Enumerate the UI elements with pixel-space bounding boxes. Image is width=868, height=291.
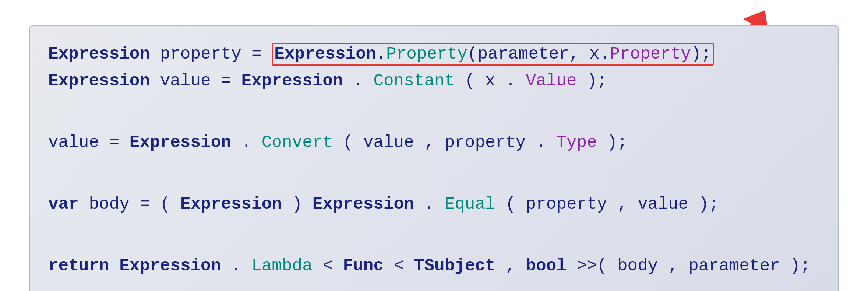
keyword-return: return	[48, 256, 109, 276]
method-convert: Convert	[262, 133, 333, 152]
comma-3: ,	[617, 195, 638, 214]
generic-close: >>(	[577, 256, 607, 276]
var-x-1: x	[589, 45, 600, 64]
type-expression-1: Expression	[48, 45, 150, 64]
paren-open-1: (	[467, 45, 478, 64]
method-property: Property	[386, 45, 467, 64]
paren-open-2: (	[465, 71, 475, 91]
param-property-3: property	[526, 195, 607, 214]
prop-type: Type	[556, 133, 597, 152]
class-expression-5: Expression	[130, 133, 231, 152]
var-property: property =	[160, 45, 272, 64]
type-expression-3: Expression	[48, 71, 150, 91]
comma-4: ,	[505, 256, 526, 276]
blank-line-3	[48, 222, 820, 249]
generic-open: <	[322, 256, 333, 276]
dot-4: .	[505, 71, 516, 91]
dot-1: .	[376, 45, 386, 64]
dot-2: .	[600, 45, 610, 64]
paren-close-4: );	[699, 195, 719, 214]
code-line-5: return Expression . Lambda < Func < TSub…	[48, 253, 820, 280]
method-constant: Constant	[373, 71, 455, 91]
code-line-1: Expression property = Expression.Propert…	[48, 41, 820, 68]
type-tsubject: TSubject	[414, 256, 495, 276]
dot-7: .	[424, 195, 434, 214]
dot-8: .	[231, 256, 241, 276]
dot-3: .	[353, 71, 363, 91]
param-body: body	[617, 256, 658, 276]
prop-value: Value	[526, 71, 576, 91]
blank-line-1	[48, 99, 820, 126]
class-expression-7: Expression	[313, 195, 414, 214]
comma-5: ,	[668, 256, 688, 276]
comma-1: ,	[569, 45, 589, 64]
method-lambda: Lambda	[251, 256, 313, 276]
type-func: Func	[343, 256, 384, 276]
code-line-2: Expression value = Expression . Constant…	[48, 68, 820, 95]
param-parameter-2: parameter	[688, 256, 780, 276]
method-equal: Equal	[445, 195, 495, 214]
param-value-3: value	[363, 133, 414, 152]
class-expression-8: Expression	[119, 256, 221, 276]
param-property-2: property	[445, 133, 526, 152]
type-bool: bool	[526, 256, 567, 276]
paren-close-1: );	[691, 45, 711, 64]
code-block: Expression property = Expression.Propert…	[29, 25, 839, 291]
class-expression-4: Expression	[241, 71, 343, 91]
type-expression-6: Expression	[180, 195, 282, 214]
cast-close: )	[292, 195, 313, 214]
generic-func-open: <	[394, 256, 404, 276]
var-value-2: value =	[48, 133, 130, 152]
comma-2: ,	[424, 133, 444, 152]
keyword-var: var	[48, 195, 79, 214]
var-x-2: x	[485, 71, 495, 91]
var-value: value =	[160, 71, 241, 91]
paren-open-4: (	[505, 195, 516, 214]
dot-5: .	[241, 133, 252, 152]
param-value-4: value	[638, 195, 688, 214]
highlighted-expression: Expression.Property(parameter, x.Propert…	[272, 43, 714, 66]
paren-open-3: (	[343, 133, 353, 152]
paren-close-3: );	[607, 133, 627, 152]
blank-line-2	[48, 160, 820, 187]
paren-close-2: );	[587, 71, 607, 91]
prop-property: Property	[610, 45, 691, 64]
dot-6: .	[536, 133, 546, 152]
code-line-3: value = Expression . Convert ( value , p…	[48, 129, 820, 157]
var-body: body = (	[89, 195, 170, 214]
param-parameter: parameter	[477, 45, 569, 64]
class-expression-2: Expression	[274, 45, 376, 64]
paren-close-5: );	[790, 256, 810, 276]
code-line-4: var body = ( Expression ) Expression . E…	[48, 191, 820, 218]
